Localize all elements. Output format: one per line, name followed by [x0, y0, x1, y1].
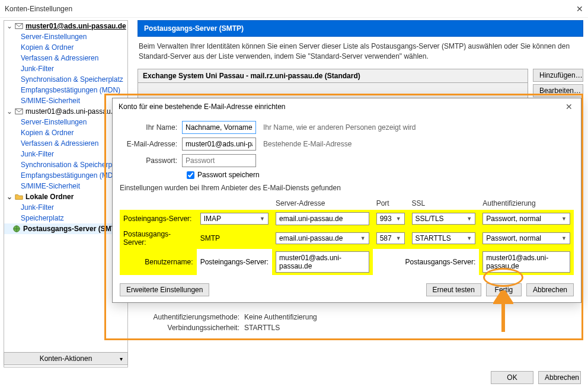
ok-button[interactable]: OK [491, 371, 533, 384]
retest-button[interactable]: Erneut testen [426, 283, 481, 296]
name-label: Ihr Name: [120, 123, 182, 132]
security-label: Verbindungssicherheit: [138, 324, 244, 332]
sidebar-diskspace[interactable]: Speicherplatz [4, 213, 127, 223]
account-actions-label: Konten-Aktionen [40, 354, 92, 363]
username-in-label: Posteingangs-Server: [197, 249, 272, 275]
local-folders[interactable]: ⌄ Lokale Ordner [4, 191, 127, 202]
outgoing-proto: SMTP [197, 228, 272, 249]
hdr-auth: Authentifizierung [479, 197, 574, 210]
chevron-down-icon: ▾ [120, 356, 123, 362]
sidebar-junk[interactable]: Junk-Filter [4, 149, 127, 159]
smtp-label: Postausgangs-Server (SMTP) [23, 225, 123, 233]
email-hint: Bestehende E-Mail-Adresse [256, 140, 351, 148]
incoming-host-input[interactable]: email.uni-passau.de [276, 212, 369, 225]
security-value: STARTTLS [244, 324, 280, 332]
window-title: Konten-Einstellungen [5, 5, 560, 13]
setup-dialog: Konto für eine bestehende E-Mail-Adresse… [112, 98, 581, 303]
globe-icon [12, 225, 21, 233]
sidebar-copies[interactable]: Kopien & Ordner [4, 42, 127, 53]
username-out-input[interactable]: muster01@ads.uni-passau.de [482, 251, 570, 273]
username-label: Benutzername: [120, 249, 197, 275]
remember-checkbox[interactable] [187, 171, 194, 179]
username-out-label: Postausgangs-Server: [373, 249, 480, 275]
account-1[interactable]: ⌄ muster01@ads.uni-passau.de [4, 21, 127, 31]
sidebar-smime[interactable]: S/MIME-Sicherheit [4, 181, 127, 191]
outgoing-port-select[interactable]: 587▼ [376, 232, 405, 244]
sidebar-server[interactable]: Server-Einstellungen [4, 117, 127, 127]
found-message: Einstellungen wurden bei Ihrem Anbieter … [120, 184, 574, 192]
sidebar-junk[interactable]: Junk-Filter [4, 63, 127, 74]
add-button[interactable]: Hinzufügen… [533, 69, 583, 82]
advanced-button[interactable]: Erweiterte Einstellungen [120, 283, 209, 296]
password-label: Passwort: [120, 156, 182, 165]
outgoing-label: Postausgangs-Server: [120, 228, 197, 249]
mail-icon [15, 107, 23, 116]
incoming-auth-select[interactable]: Passwort, normal▼ [482, 213, 570, 225]
account-tree: ⌄ muster01@ads.uni-passau.de Server-Eins… [4, 20, 128, 367]
incoming-port-select[interactable]: 993▼ [376, 213, 405, 225]
sidebar-smtp[interactable]: Postausgangs-Server (SMTP) [4, 223, 127, 234]
close-icon[interactable]: ✕ [560, 4, 583, 14]
folder-icon [15, 193, 23, 201]
server-list-item[interactable]: Exchange System Uni Passau - mail.rz.uni… [138, 69, 528, 83]
sidebar-compose[interactable]: Verfassen & Adressieren [4, 138, 127, 149]
chevron-down-icon: ⌄ [7, 107, 12, 116]
sidebar-sync[interactable]: Synchronisation & Speicherplatz [4, 74, 127, 85]
sidebar-compose[interactable]: Verfassen & Adressieren [4, 53, 127, 63]
email-label: E-Mail-Adresse: [120, 140, 182, 148]
hdr-ssl: SSL [408, 197, 480, 210]
sidebar-server[interactable]: Server-Einstellungen [4, 31, 127, 42]
auth-value: Keine Authentifizierung [244, 313, 317, 321]
page-desc: Beim Verwalten Ihrer Identitäten können … [138, 37, 583, 66]
name-input[interactable] [182, 121, 256, 134]
page-title: Postausgangs-Server (SMTP) [138, 20, 583, 37]
chevron-down-icon: ⌄ [7, 22, 12, 30]
name-hint: Ihr Name, wie er anderen Personen gezeig… [256, 123, 416, 132]
account-actions-button[interactable]: Konten-Aktionen▾ [4, 352, 128, 365]
password-input[interactable] [182, 154, 256, 167]
incoming-ssl-select[interactable]: SSL/TLS▼ [412, 213, 476, 225]
username-in-input[interactable]: muster01@ads.uni-passau.de [276, 251, 369, 273]
chevron-down-icon: ⌄ [7, 193, 12, 201]
sidebar-copies[interactable]: Kopien & Ordner [4, 127, 127, 138]
cancel-button[interactable]: Abbrechen [526, 283, 574, 296]
hdr-server: Server-Adresse [272, 197, 373, 210]
cancel-button[interactable]: Abbrechen [538, 371, 581, 384]
incoming-proto-select[interactable]: IMAP▼ [200, 213, 269, 225]
server-details: Authentifizierungsmethode:Keine Authenti… [138, 312, 583, 333]
email-input[interactable] [182, 138, 256, 151]
sidebar-junk[interactable]: Junk-Filter [4, 202, 127, 213]
outgoing-ssl-select[interactable]: STARTTLS▼ [412, 232, 476, 244]
done-button[interactable]: Fertig [486, 283, 522, 296]
account-label: muster01@ads.uni-passau.de [25, 22, 126, 30]
account-label: muster01@ads.uni-passau.de [25, 107, 120, 116]
incoming-label: Posteingangs-Server: [120, 210, 197, 228]
sidebar-mdn[interactable]: Empfangsbestätigungen (MDN) [4, 170, 127, 181]
sidebar-mdn[interactable]: Empfangsbestätigungen (MDN) [4, 85, 127, 95]
account-2[interactable]: ⌄ muster01@ads.uni-passau.de [4, 106, 127, 117]
outgoing-host-select[interactable]: email.uni-passau.de▼ [276, 232, 369, 244]
dialog-title: Konto für eine bestehende E-Mail-Adresse… [119, 103, 563, 111]
edit-button[interactable]: Bearbeiten… [533, 84, 583, 97]
auth-label: Authentifizierungsmethode: [138, 313, 244, 321]
sidebar-smime[interactable]: S/MIME-Sicherheit [4, 95, 127, 106]
close-icon[interactable]: ✕ [563, 102, 575, 111]
sidebar-sync[interactable]: Synchronisation & Speicherplat… [4, 159, 127, 170]
hdr-port: Port [373, 197, 408, 210]
remember-label: Passwort speichern [197, 171, 260, 179]
mail-icon [15, 22, 23, 30]
outgoing-auth-select[interactable]: Passwort, normal▼ [482, 232, 570, 244]
local-folders-label: Lokale Ordner [25, 193, 74, 201]
